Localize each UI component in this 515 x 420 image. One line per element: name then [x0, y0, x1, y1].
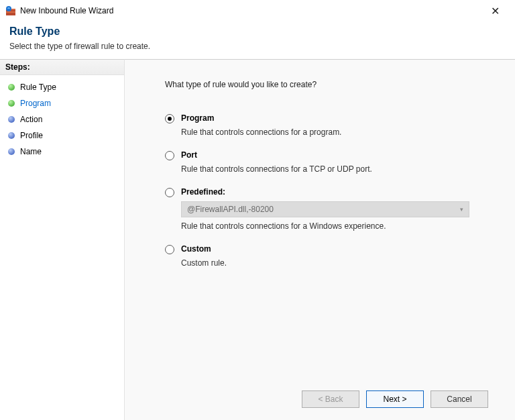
predefined-select-value: @FirewallAPI.dll,-80200: [187, 205, 274, 214]
step-bullet-icon: [8, 100, 15, 107]
wizard-body: Steps: Rule Type Program Action Profile …: [0, 59, 515, 420]
page-title: Rule Type: [9, 25, 506, 38]
steps-list: Rule Type Program Action Profile Name: [0, 75, 124, 164]
option-port-label: Port: [181, 150, 197, 160]
back-button: < Back: [302, 390, 359, 408]
radio-program[interactable]: [165, 114, 174, 123]
option-custom-desc: Custom rule.: [181, 258, 502, 268]
step-label: Program: [20, 99, 51, 108]
radio-custom[interactable]: [165, 245, 174, 254]
steps-header: Steps:: [0, 60, 124, 75]
step-profile[interactable]: Profile: [0, 127, 124, 144]
step-name[interactable]: Name: [0, 144, 124, 160]
step-label: Action: [20, 115, 42, 124]
step-label: Profile: [20, 131, 43, 140]
cancel-button[interactable]: Cancel: [431, 390, 488, 408]
content-inner: What type of rule would you like to crea…: [165, 80, 502, 380]
predefined-select: @FirewallAPI.dll,-80200 ▾: [181, 201, 469, 217]
option-custom-label: Custom: [181, 244, 211, 254]
option-port[interactable]: Port: [165, 150, 502, 160]
next-button[interactable]: Next >: [366, 390, 424, 408]
titlebar: New Inbound Rule Wizard ✕: [0, 0, 515, 20]
step-label: Rule Type: [20, 83, 56, 92]
step-rule-type[interactable]: Rule Type: [0, 79, 124, 95]
option-port-desc: Rule that controls connections for a TCP…: [181, 164, 502, 174]
step-action[interactable]: Action: [0, 111, 124, 127]
close-button[interactable]: ✕: [481, 5, 508, 17]
wizard-button-row: < Back Next > Cancel: [165, 380, 502, 420]
step-bullet-icon: [8, 148, 15, 155]
option-custom[interactable]: Custom: [165, 244, 502, 254]
firewall-icon: [5, 5, 16, 16]
radio-port[interactable]: [165, 151, 174, 160]
svg-rect-2: [6, 11, 15, 13]
step-program[interactable]: Program: [0, 95, 124, 111]
wizard-header: Rule Type Select the type of firewall ru…: [0, 20, 515, 59]
content-panel: What type of rule would you like to crea…: [124, 59, 515, 420]
option-predefined[interactable]: Predefined:: [165, 187, 502, 197]
option-program-desc: Rule that controls connections for a pro…: [181, 127, 502, 137]
steps-panel: Steps: Rule Type Program Action Profile …: [0, 59, 124, 420]
step-label: Name: [20, 147, 42, 156]
step-bullet-icon: [8, 116, 15, 123]
page-subtitle: Select the type of firewall rule to crea…: [9, 42, 506, 51]
window-title: New Inbound Rule Wizard: [20, 6, 481, 15]
rule-type-question: What type of rule would you like to crea…: [165, 80, 502, 89]
step-bullet-icon: [8, 132, 15, 139]
chevron-down-icon: ▾: [460, 206, 463, 213]
step-bullet-icon: [8, 84, 15, 91]
radio-predefined[interactable]: [165, 188, 174, 197]
option-program-label: Program: [181, 113, 214, 123]
option-predefined-desc: Rule that controls connections for a Win…: [181, 221, 502, 231]
option-predefined-label: Predefined:: [181, 187, 225, 197]
option-program[interactable]: Program: [165, 113, 502, 123]
